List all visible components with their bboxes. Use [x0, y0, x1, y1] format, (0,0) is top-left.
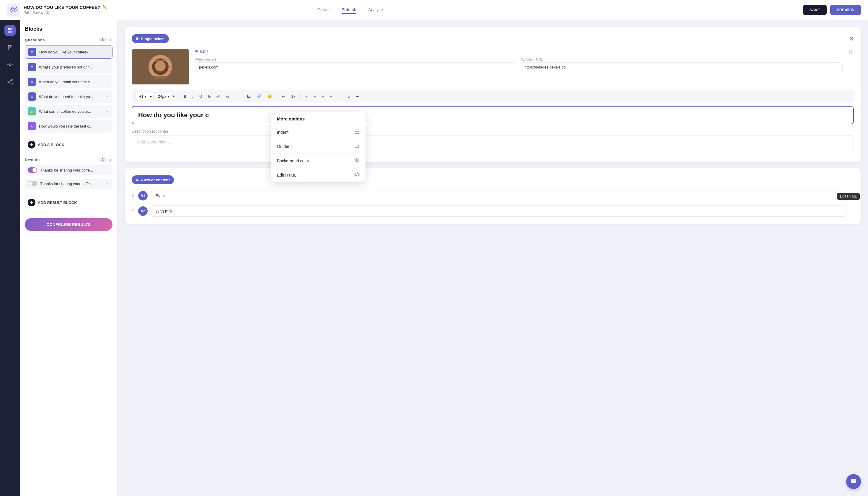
results-count-badge: 2 [99, 157, 106, 162]
attribution-text-input[interactable] [195, 62, 517, 72]
question-item[interactable]: ★ How would you rate the last c... ··· [25, 120, 112, 133]
strikethrough-button[interactable]: S [205, 93, 213, 100]
add-result-block-button[interactable]: + ADD RESULT BLOCK [25, 196, 112, 209]
text-color-button[interactable]: T [232, 93, 239, 100]
question-item[interactable]: 👍 What sort of coffee do you or... ··· [25, 105, 112, 118]
result-toggle-on[interactable] [28, 167, 37, 173]
svg-point-12 [155, 61, 166, 72]
dropdown-item-indent[interactable]: Indent [271, 125, 366, 139]
result-toggle-off[interactable] [28, 181, 37, 186]
subscript-button[interactable]: x₂ [223, 93, 231, 100]
card-type-label: Single-select [141, 36, 165, 41]
drag-handle-icon[interactable]: ⠿ [132, 209, 135, 214]
svg-point-7 [8, 81, 9, 82]
line-height-button[interactable]: ↕ [336, 93, 342, 100]
svg-point-5 [9, 64, 11, 65]
sidebar-icon-flag[interactable] [4, 42, 16, 53]
numbered-list-button[interactable]: 1≡ [289, 93, 298, 100]
superscript-button[interactable]: x² [214, 93, 222, 100]
tab-create[interactable]: Create [317, 6, 330, 14]
clear-format-button[interactable]: Tx [343, 93, 352, 100]
questions-section-header[interactable]: Questions 6 ▲ [25, 37, 112, 42]
dropdown-item-outdent[interactable]: Outdent [271, 139, 366, 154]
dropdown-item-background-color[interactable]: Background color A [271, 154, 366, 168]
answer-card-header: ≡ Answer content [132, 175, 854, 184]
question-menu-icon[interactable]: ··· [106, 64, 110, 70]
image-area: ✏ EDIT Attribution text Attribution URL [132, 49, 854, 84]
justify-button[interactable]: ≡ [327, 93, 335, 100]
question-menu-icon[interactable]: ··· [106, 109, 110, 114]
question-editor[interactable]: How do you like your c [132, 106, 854, 124]
bold-button[interactable]: B [181, 93, 189, 100]
main-content: ≡ Single-select ⚙ [118, 20, 868, 496]
answer-item: ⠿ A2 ··· [132, 205, 854, 217]
card-settings-icon[interactable]: ⚙ [849, 35, 854, 42]
nav-title-block: HOW DO YOU LIKE YOUR COFFEE? ✏️ Poll / S… [24, 5, 107, 15]
svg-rect-4 [10, 31, 12, 33]
sidebar-icon-blocks[interactable] [4, 25, 16, 36]
question-menu-icon[interactable]: ··· [106, 123, 110, 129]
indent-icon [354, 129, 360, 135]
survey-subtitle: Poll / Survey i [24, 10, 107, 15]
edit-image-link[interactable]: ✏ EDIT [195, 49, 842, 53]
link-button[interactable]: 🔗 [254, 93, 264, 100]
tab-analyze[interactable]: Analyze [368, 6, 383, 14]
question-text: How do you like your coffee? [39, 50, 103, 54]
app-logo[interactable] [7, 3, 20, 17]
align-left-button[interactable]: ≡ [303, 93, 310, 100]
coffee-svg [132, 49, 189, 84]
info-icon[interactable]: i [45, 10, 50, 15]
answer-item: ⠿ A1 ··· [132, 190, 854, 201]
more-options-button[interactable]: ··· [354, 93, 362, 100]
heading-select[interactable]: H1 ▾ [135, 93, 154, 100]
align-right-button[interactable]: ≡ [320, 93, 327, 100]
image-button[interactable]: 🖼 [245, 93, 253, 100]
attribution-url-input[interactable] [521, 62, 843, 72]
dropdown-item-edit-html[interactable]: Edit HTML [271, 168, 366, 182]
edit-html-tooltip: Edit HTML [837, 193, 860, 200]
description-area[interactable]: Write something ... [132, 135, 854, 153]
question-item[interactable]: ≡ When do you drink your first c... ··· [25, 75, 112, 88]
question-item[interactable]: ≡ How do you like your coffee? ··· [25, 45, 112, 59]
question-menu-icon[interactable]: ··· [106, 94, 110, 99]
question-item[interactable]: ≡ What's your preferred hot drin... ··· [25, 61, 112, 74]
background-color-icon: A [354, 158, 360, 164]
sidebar-icon-share[interactable] [4, 76, 16, 88]
answer-list: ⠿ A1 ··· ⠿ A2 ··· [132, 190, 854, 217]
attribution-text-label: Attribution text [195, 58, 517, 61]
save-button[interactable]: SAVE [803, 5, 827, 15]
delete-image-icon[interactable]: 🗑 [849, 49, 854, 55]
outdent-icon [354, 143, 360, 149]
align-center-button[interactable]: ≡ [311, 93, 318, 100]
question-card: ≡ Single-select ⚙ [125, 27, 861, 162]
result-item[interactable]: Thanks for sharing your coffe... ··· [25, 179, 112, 189]
configure-results-button[interactable]: CONFIGURE RESULTS [25, 218, 112, 231]
edit-pencil-icon: ✏ [195, 49, 198, 53]
question-menu-icon[interactable]: ··· [106, 79, 110, 84]
result-item[interactable]: Thanks for sharing your coffe... ··· [25, 165, 112, 175]
dropdown-title: More options [271, 112, 366, 125]
answer-input[interactable] [151, 190, 847, 201]
answer-menu-icon[interactable]: ··· [850, 208, 854, 214]
drag-handle-icon[interactable]: ⠿ [132, 193, 135, 198]
chat-bubble[interactable] [846, 474, 861, 489]
question-menu-icon[interactable]: ··· [105, 49, 109, 55]
results-section-header[interactable]: Results 2 ▲ [25, 157, 112, 162]
preview-button[interactable]: PREVIEW [830, 5, 861, 15]
question-text: What sort of coffee do you or... [39, 109, 103, 114]
tab-publish[interactable]: Publish [342, 6, 357, 14]
italic-button[interactable]: I [190, 93, 196, 100]
underline-button[interactable]: U [197, 93, 204, 100]
font-size-select[interactable]: 24px ▾ [155, 93, 176, 100]
navbar: HOW DO YOU LIKE YOUR COFFEE? ✏️ Poll / S… [0, 0, 868, 20]
question-type-icon: ★ [28, 122, 36, 130]
result-menu-icon[interactable]: ··· [106, 167, 110, 173]
sidebar-icon-settings[interactable] [4, 59, 16, 70]
emoji-button[interactable]: 😊 [265, 93, 274, 100]
result-menu-icon[interactable]: ··· [106, 181, 110, 186]
add-block-button[interactable]: + ADD A BLOCK [25, 138, 112, 152]
answer-input[interactable] [151, 205, 847, 217]
edit-title-icon[interactable]: ✏️ [103, 5, 107, 10]
question-item[interactable]: ≡ What do you need to make yo... ··· [25, 90, 112, 103]
bullet-list-button[interactable]: •≡ [279, 93, 288, 100]
